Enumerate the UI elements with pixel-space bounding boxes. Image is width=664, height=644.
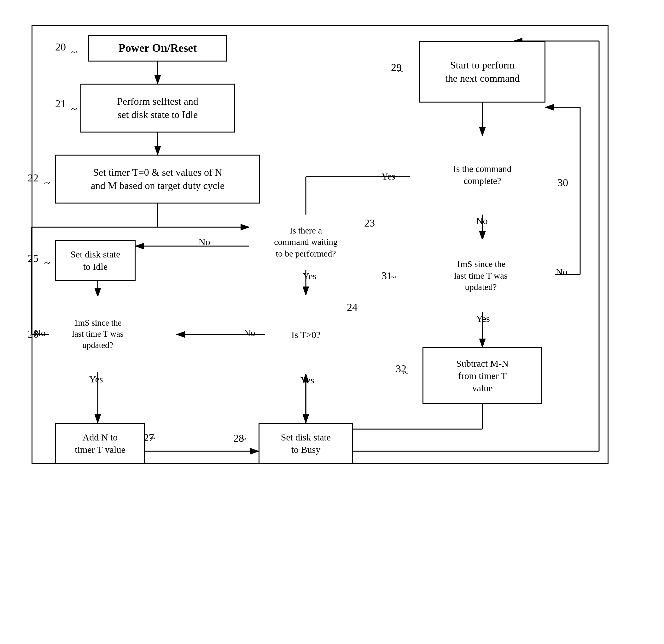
ref-28-tilde: ~ <box>240 433 246 445</box>
cmd-complete-label: Is the commandcomplete? <box>453 163 512 187</box>
1ms-idle-label: 1mS since thelast time T wasupdated? <box>72 318 123 350</box>
is-t-gt0-yes-label: Yes <box>300 375 314 386</box>
set-timer-box: Set timer T=0 & set values of Nand M bas… <box>55 155 260 203</box>
ref-31-tilde: ~ <box>390 271 396 283</box>
ref-30: 30 <box>557 177 568 189</box>
ref-22-tilde: ~ <box>44 176 50 189</box>
ref-25-tilde: ~ <box>44 256 50 269</box>
is-t-gt0-no-label: No <box>244 327 255 338</box>
start-next-label: Start to performthe next command <box>445 59 520 85</box>
1ms-idle-yes-label: Yes <box>89 374 103 385</box>
subtract-mn-label: Subtract M-Nfrom timer Tvalue <box>456 357 509 394</box>
set-idle-box: Set disk stateto Idle <box>55 240 136 281</box>
cmd-complete-no-label: No <box>476 216 488 226</box>
1ms-cmd-no-label: No <box>556 267 567 277</box>
set-busy-box: Set disk stateto Busy <box>258 423 353 464</box>
is-t-gt0-label: Is T>0? <box>291 328 320 341</box>
1ms-cmd-hex: 1mS since thelast time T wasupdated? <box>407 239 555 313</box>
cmd-waiting-hex: Is there acommand waitingto be performed… <box>249 215 362 270</box>
cmd-waiting-label: Is there acommand waitingto be performed… <box>274 225 337 259</box>
add-n-box: Add N totimer T value <box>55 423 145 464</box>
1ms-cmd-yes-label: Yes <box>476 313 490 324</box>
cmd-complete-yes-label: Yes <box>381 171 395 182</box>
ref-25: 25 <box>28 253 39 264</box>
selftest-label: Perform selftest andset disk state to Id… <box>117 95 198 121</box>
ref-21-tilde: ~ <box>71 103 77 116</box>
set-timer-label: Set timer T=0 & set values of Nand M bas… <box>91 166 225 192</box>
ref-20-tilde: ~ <box>71 46 77 59</box>
selftest-box: Perform selftest andset disk state to Id… <box>80 84 235 133</box>
add-n-label: Add N totimer T value <box>75 431 125 456</box>
1ms-idle-no-label: No <box>34 327 46 338</box>
power-on-reset-box: Power On/Reset <box>88 35 227 62</box>
subtract-mn-box: Subtract M-Nfrom timer Tvalue <box>422 347 542 404</box>
set-busy-label: Set disk stateto Busy <box>281 431 331 456</box>
1ms-cmd-label: 1mS since thelast time T wasupdated? <box>454 258 507 293</box>
start-next-box: Start to performthe next command <box>419 41 545 103</box>
flowchart-diagram: { "nodes": { "power_on": { "label": "Pow… <box>0 0 664 644</box>
cmd-complete-hex: Is the commandcomplete? <box>410 136 555 215</box>
ref-23: 23 <box>364 217 375 229</box>
cmd-waiting-no-label: No <box>199 237 210 247</box>
ref-20: 20 <box>55 41 66 53</box>
ref-29-tilde: ~ <box>398 65 403 77</box>
cmd-waiting-yes-label: Yes <box>303 271 316 281</box>
ref-24: 24 <box>347 301 357 313</box>
ref-32-tilde: ~ <box>403 367 409 379</box>
set-idle-label: Set disk stateto Idle <box>70 248 120 273</box>
1ms-idle-hex: 1mS since thelast time T wasupdated? <box>49 296 147 372</box>
is-t-gt0-hex: Is T>0? <box>266 295 345 374</box>
ref-22: 22 <box>28 172 39 184</box>
ref-21: 21 <box>55 98 66 110</box>
ref-27-tilde: ~ <box>150 432 155 444</box>
